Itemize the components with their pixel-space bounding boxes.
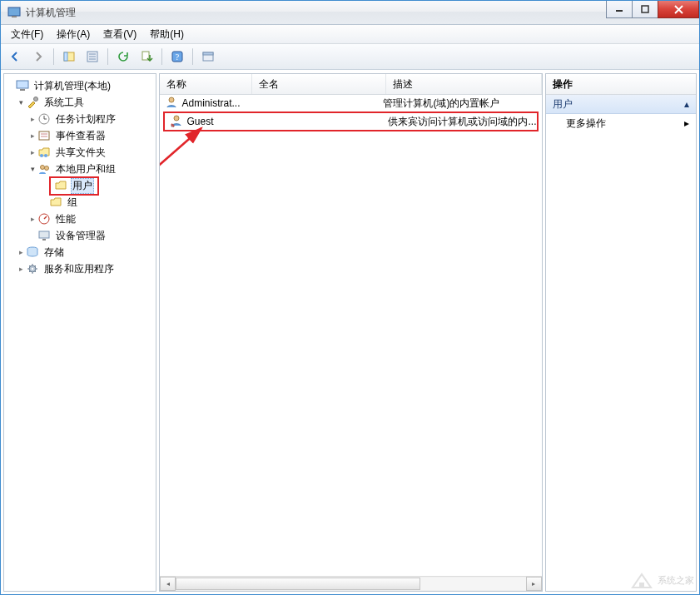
tree-label: 存储 bbox=[42, 245, 66, 260]
menu-action[interactable]: 操作(A) bbox=[50, 25, 97, 44]
services-icon bbox=[26, 262, 39, 275]
twisty-icon[interactable]: ▸ bbox=[27, 131, 37, 140]
clock-icon bbox=[37, 112, 51, 126]
list-row-administrator[interactable]: Administrat... 管理计算机(域)的内置帐户 bbox=[160, 95, 541, 112]
tree-local-users-groups[interactable]: ▾ 本地用户和组 bbox=[4, 161, 156, 177]
show-hide-tree-button[interactable] bbox=[58, 46, 80, 67]
column-description[interactable]: 描述 bbox=[386, 74, 541, 94]
tree-panel: 计算机管理(本地) ▾ 系统工具 ▸ 任务计划程序 ▸ 事件查看器 bbox=[3, 73, 156, 592]
svg-rect-19 bbox=[20, 89, 25, 91]
folder-icon bbox=[54, 179, 67, 192]
list-row-guest[interactable]: Guest 供来宾访问计算机或访问域的内... bbox=[163, 112, 538, 131]
toolbar: ? bbox=[1, 44, 699, 70]
actions-panel: 操作 用户 ▴ 更多操作 ▸ bbox=[545, 73, 698, 592]
view-toggle-button[interactable] bbox=[197, 46, 219, 67]
window-buttons bbox=[607, 1, 699, 24]
svg-rect-3 bbox=[642, 6, 648, 12]
svg-point-20 bbox=[34, 97, 38, 102]
horizontal-scrollbar[interactable]: ◂ ▸ bbox=[160, 576, 541, 591]
tree-storage[interactable]: ▸ 存储 bbox=[4, 244, 156, 260]
tree-shared-folders[interactable]: ▸ 共享文件夹 bbox=[4, 144, 156, 161]
scroll-right-button[interactable]: ▸ bbox=[526, 577, 542, 591]
event-icon bbox=[37, 129, 51, 142]
properties-button[interactable] bbox=[82, 46, 103, 67]
close-button[interactable] bbox=[658, 1, 699, 18]
tree-label: 性能 bbox=[54, 211, 77, 227]
scroll-track[interactable] bbox=[176, 578, 525, 590]
svg-point-29 bbox=[41, 166, 45, 170]
twisty-icon[interactable]: ▸ bbox=[27, 115, 37, 123]
tools-icon bbox=[26, 96, 39, 109]
highlight-annotation: 用户 bbox=[49, 176, 99, 196]
twisty-open-icon[interactable]: ▾ bbox=[16, 98, 26, 107]
actions-subject-label: 用户 bbox=[553, 97, 573, 112]
tree-label: 共享文件夹 bbox=[54, 145, 107, 161]
list-header: 名称 全名 描述 bbox=[160, 74, 541, 95]
column-name[interactable]: 名称 bbox=[160, 74, 252, 94]
cell-name: Administrat... bbox=[181, 97, 240, 109]
minimize-button[interactable] bbox=[606, 1, 633, 18]
svg-rect-17 bbox=[203, 52, 213, 55]
user-icon bbox=[165, 96, 178, 112]
tree-event-viewer[interactable]: ▸ 事件查看器 bbox=[4, 127, 156, 144]
svg-rect-0 bbox=[8, 7, 20, 16]
svg-text:?: ? bbox=[176, 52, 180, 62]
tree-label: 事件查看器 bbox=[54, 128, 107, 144]
column-fullname[interactable]: 全名 bbox=[252, 74, 386, 94]
svg-rect-1 bbox=[12, 16, 17, 17]
tree-users[interactable]: 用户 bbox=[4, 177, 156, 194]
twisty-open-icon[interactable]: ▾ bbox=[27, 165, 37, 173]
tree-label: 本地用户和组 bbox=[54, 161, 117, 177]
scroll-thumb[interactable] bbox=[176, 578, 420, 590]
maximize-button[interactable] bbox=[632, 1, 658, 18]
tree-label: 系统工具 bbox=[42, 95, 86, 111]
folder-icon bbox=[49, 196, 62, 209]
actions-more[interactable]: 更多操作 ▸ bbox=[546, 114, 697, 132]
twisty-icon[interactable]: ▸ bbox=[27, 148, 37, 156]
refresh-button[interactable] bbox=[112, 46, 134, 67]
user-disabled-icon bbox=[170, 114, 183, 130]
actions-subject[interactable]: 用户 ▴ bbox=[546, 95, 697, 114]
back-button[interactable] bbox=[4, 46, 26, 67]
twisty-icon[interactable]: ▸ bbox=[16, 248, 26, 256]
tree-device-manager[interactable]: 设备管理器 bbox=[4, 227, 156, 244]
menubar: 文件(F) 操作(A) 查看(V) 帮助(H) bbox=[1, 25, 699, 44]
menu-view[interactable]: 查看(V) bbox=[97, 25, 143, 44]
toolbar-separator bbox=[107, 48, 108, 65]
svg-line-39 bbox=[160, 128, 201, 245]
arrow-annotation bbox=[160, 112, 251, 253]
help-button[interactable]: ? bbox=[166, 46, 188, 67]
watermark-text: 系统之家 bbox=[658, 574, 694, 587]
toolbar-separator bbox=[53, 48, 54, 65]
content-area: 计算机管理(本地) ▾ 系统工具 ▸ 任务计划程序 ▸ 事件查看器 bbox=[1, 70, 699, 594]
tree-task-scheduler[interactable]: ▸ 任务计划程序 bbox=[4, 111, 156, 127]
export-list-button[interactable] bbox=[136, 46, 157, 67]
svg-rect-40 bbox=[639, 583, 644, 588]
toolbar-separator bbox=[161, 48, 162, 65]
svg-rect-7 bbox=[64, 52, 67, 61]
device-icon bbox=[37, 229, 51, 242]
performance-icon bbox=[37, 212, 51, 226]
twisty-icon[interactable]: ▸ bbox=[27, 215, 37, 223]
list-body[interactable]: Administrat... 管理计算机(域)的内置帐户 Guest 供来宾访问… bbox=[160, 95, 541, 576]
tree-system-tools[interactable]: ▾ 系统工具 bbox=[4, 94, 156, 111]
toolbar-separator bbox=[192, 48, 193, 65]
tree-services-apps[interactable]: ▸ 服务和应用程序 bbox=[4, 260, 156, 277]
actions-more-label: 更多操作 bbox=[566, 117, 606, 131]
menu-help[interactable]: 帮助(H) bbox=[143, 25, 191, 44]
cell-name: Guest bbox=[186, 116, 213, 127]
scroll-left-button[interactable]: ◂ bbox=[160, 577, 176, 591]
collapse-up-icon: ▴ bbox=[684, 98, 689, 110]
app-window: 计算机管理 文件(F) 操作(A) 查看(V) 帮助(H) ? bbox=[0, 0, 700, 595]
tree-root[interactable]: 计算机管理(本地) bbox=[4, 77, 156, 94]
forward-button[interactable] bbox=[27, 46, 49, 67]
tree-groups[interactable]: 组 bbox=[4, 194, 156, 211]
twisty-icon[interactable]: ▸ bbox=[16, 265, 26, 273]
svg-rect-33 bbox=[42, 239, 46, 240]
menu-file[interactable]: 文件(F) bbox=[4, 25, 50, 44]
svg-point-30 bbox=[45, 166, 49, 171]
actions-header: 操作 bbox=[546, 74, 697, 95]
tree-body[interactable]: 计算机管理(本地) ▾ 系统工具 ▸ 任务计划程序 ▸ 事件查看器 bbox=[4, 74, 156, 591]
tree-performance[interactable]: ▸ 性能 bbox=[4, 211, 156, 227]
cell-description: 供来宾访问计算机或访问域的内... bbox=[383, 115, 536, 129]
